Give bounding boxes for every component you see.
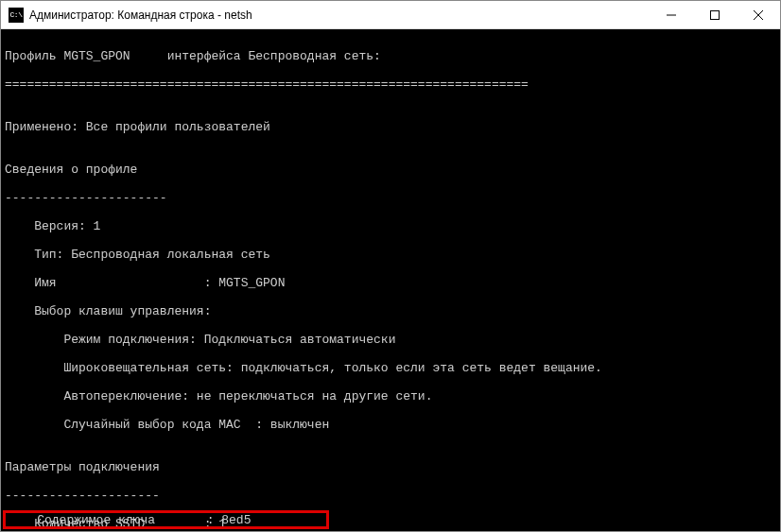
svg-rect-1 bbox=[711, 10, 720, 19]
output-line: Выбор клавиш управления: bbox=[5, 304, 776, 318]
output-line: Автопереключение: не переключаться на др… bbox=[5, 389, 776, 403]
output-line: Тип: Беспроводная локальная сеть bbox=[5, 248, 776, 262]
output-line: Режим подключения: Подключаться автомати… bbox=[5, 333, 776, 347]
cmd-icon: C:\ bbox=[9, 8, 24, 23]
output-line: Профиль MGTS_GPON интерфейса Беспроводна… bbox=[5, 49, 776, 63]
output-line: Параметры подключения bbox=[5, 460, 776, 474]
console-output[interactable]: Профиль MGTS_GPON интерфейса Беспроводна… bbox=[1, 29, 780, 531]
output-line: Имя : MGTS_GPON bbox=[5, 276, 776, 290]
window-title: Администратор: Командная строка - netsh bbox=[29, 9, 650, 22]
minimize-button[interactable] bbox=[650, 1, 693, 28]
output-line: Сведения о профиле bbox=[5, 163, 776, 177]
cmd-icon-text: C:\ bbox=[10, 10, 23, 19]
output-line: ========================================… bbox=[5, 77, 776, 92]
output-line: --------------------- bbox=[5, 489, 776, 503]
output-line: ---------------------- bbox=[5, 191, 776, 205]
cmd-window: C:\ Администратор: Командная строка - ne… bbox=[0, 0, 781, 532]
titlebar: C:\ Администратор: Командная строка - ne… bbox=[1, 1, 780, 29]
close-button[interactable] bbox=[737, 1, 780, 28]
maximize-button[interactable] bbox=[693, 1, 737, 28]
window-controls bbox=[650, 1, 780, 28]
output-line: Применено: Все профили пользователей bbox=[5, 120, 776, 134]
key-content-highlight: Содержимое ключа : 8ed5 bbox=[3, 510, 329, 529]
output-line: Широковещательная сеть: подключаться, то… bbox=[5, 361, 776, 375]
key-content-line: Содержимое ключа : 8ed5 bbox=[8, 513, 251, 527]
output-line: Версия: 1 bbox=[5, 219, 776, 233]
output-line: Случайный выбор кода MAC : выключен bbox=[5, 418, 776, 432]
